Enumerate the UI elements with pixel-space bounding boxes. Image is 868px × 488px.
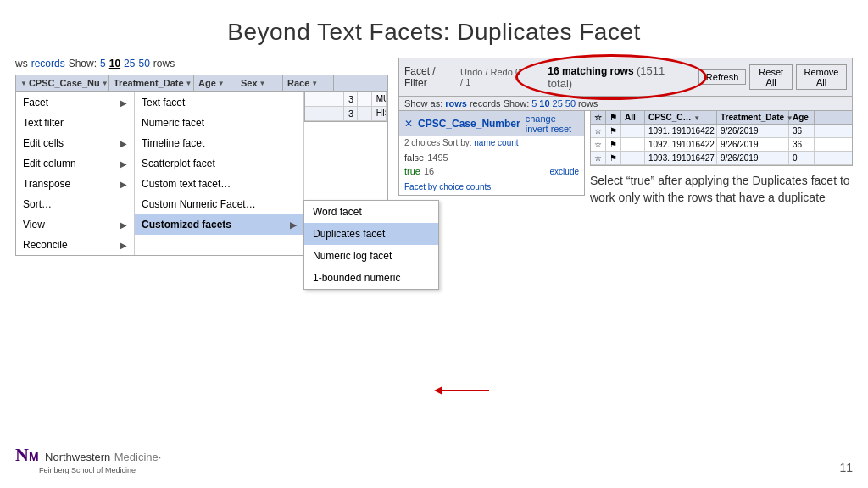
menu-numeric-facet[interactable]: Numeric facet	[135, 113, 303, 133]
chevron-icon: ▶	[120, 241, 127, 250]
menu-scatterplot-facet[interactable]: Scatterplot facet	[135, 153, 303, 174]
invert-link[interactable]: invert	[526, 124, 548, 134]
reset-all-button[interactable]: Reset All	[749, 64, 793, 90]
table-row: ☆ ⚑ 1091. 191016422 9/26/2019 36	[591, 125, 852, 138]
show-num-25[interactable]: 25	[553, 98, 563, 108]
menu-custom-numeric-facet[interactable]: Custom Numeric Facet…	[135, 194, 303, 214]
facet-panel: ✕ CPSC_Case_Number change invert reset 2…	[398, 111, 585, 196]
col-treatment-right[interactable]: Treatment_Date ▼	[717, 111, 789, 124]
show-num-50[interactable]: 50	[565, 98, 576, 108]
facet-links: change invert reset	[526, 114, 579, 134]
facet-exclude-btn[interactable]: exclude	[550, 167, 579, 176]
menu-timeline-facet[interactable]: Timeline facet	[135, 133, 303, 153]
menu-text-facet[interactable]: Text facet	[135, 92, 303, 113]
rows-label: rows	[153, 58, 175, 69]
menu-edit-cells[interactable]: Edit cells ▶	[16, 133, 134, 153]
submenu-numeric-log-facet[interactable]: Numeric log facet	[304, 245, 438, 267]
col-cpsc-right[interactable]: CPSC_C… ▼	[645, 111, 717, 124]
arrow-head	[434, 386, 442, 395]
col-sex[interactable]: Sex ▼	[236, 75, 283, 91]
facet-container: ✕ CPSC_Case_Number change invert reset 2…	[398, 111, 585, 206]
facet-rows: false 1495 true 16 exclude	[399, 149, 584, 180]
sort-by-name[interactable]: name	[474, 138, 495, 147]
col-cpsc[interactable]: ▼ CPSC_Case_Nu ▼	[16, 75, 109, 91]
menu-customized-facets[interactable]: Customized facets ▶	[135, 214, 303, 235]
table-header: ▼ CPSC_Case_Nu ▼ Treatment_Date ▼ Age ▼ …	[15, 75, 388, 92]
submenu-word-facet[interactable]: Word facet	[304, 201, 438, 223]
col-all[interactable]: All	[621, 111, 645, 124]
chevron-icon: ▶	[120, 159, 127, 169]
facet-value-true[interactable]: true	[404, 166, 420, 176]
menu-text-filter[interactable]: Text filter	[16, 113, 134, 133]
col-race[interactable]: Race ▼	[283, 75, 334, 91]
logo-sub: Feinberg School of Medicine	[39, 466, 161, 474]
arrow-annotation	[434, 386, 489, 395]
table-row: ☆ ⚑ 1093. 191016427 9/26/2019 0	[591, 152, 852, 165]
num-50[interactable]: 50	[138, 58, 149, 69]
menu-sort[interactable]: Sort…	[16, 194, 134, 214]
ws-label: ws	[15, 58, 28, 69]
facet-sort-bar: 2 choices Sort by: name count	[399, 136, 584, 149]
chevron-icon: ▶	[120, 220, 127, 230]
page-title: Beyond Text Facets: Duplicates Facet	[0, 0, 868, 58]
facet-title: CPSC_Case_Number	[418, 118, 520, 130]
menu-edit-column[interactable]: Edit column ▶	[16, 153, 134, 174]
show-num-10[interactable]: 10	[539, 98, 549, 108]
logo-northwestern: Northwestern	[45, 451, 110, 463]
records-link[interactable]: records	[31, 58, 65, 69]
red-circle-highlight	[515, 54, 707, 100]
undo-redo-label: Undo / Redo 0 / 1	[460, 67, 524, 87]
annotation-text: Select “true” after applying the Duplica…	[590, 173, 853, 206]
menu-reconcile[interactable]: Reconcile ▶	[16, 235, 134, 255]
page-number: 11	[839, 461, 853, 474]
facet-panel-header: ✕ CPSC_Case_Number change invert reset	[399, 111, 584, 136]
menu-right: Text facet Numeric facet Timeline facet …	[135, 92, 304, 255]
menu-transpose[interactable]: Transpose ▶	[16, 174, 134, 194]
num-10[interactable]: 10	[109, 58, 120, 69]
arrow-line	[442, 390, 489, 391]
show-num-5[interactable]: 5	[531, 98, 537, 108]
data-table-right: ☆ ⚑ All CPSC_C… ▼ Treatment_Date ▼ Age ☆…	[590, 111, 853, 166]
right-panel: Facet / Filter Undo / Redo 0 / 1 16 matc…	[398, 58, 853, 256]
col-age[interactable]: Age ▼	[194, 75, 236, 91]
refresh-button[interactable]: Refresh	[698, 69, 747, 85]
reset-link[interactable]: reset	[551, 124, 571, 134]
table-row: ☆ ⚑ 1092. 191016422 9/26/2019 36	[591, 138, 852, 152]
chevron-icon: ▶	[120, 139, 127, 148]
facet-close-btn[interactable]: ✕	[404, 118, 413, 130]
footer: NM Northwestern Medicine· Feinberg Schoo…	[15, 444, 161, 474]
menu-custom-text-facet[interactable]: Custom text facet…	[135, 174, 303, 194]
col-age-right[interactable]: Age	[789, 111, 815, 124]
facet-value-false[interactable]: false	[404, 152, 424, 163]
remove-all-button[interactable]: Remove All	[796, 64, 847, 90]
table-data-behind: 3 MU 3 HIS	[304, 92, 387, 122]
menu-view[interactable]: View ▶	[16, 214, 134, 235]
submenu-1-bounded-numeric[interactable]: 1-bounded numeric	[304, 267, 438, 289]
chevron-icon: ▶	[290, 220, 297, 230]
col-treatment[interactable]: Treatment_Date ▼	[109, 75, 194, 91]
footer-logo: NM Northwestern Medicine· Feinberg Schoo…	[15, 444, 161, 474]
facet-filter-label: Facet / Filter	[404, 65, 453, 89]
logo-icon: N	[15, 444, 29, 465]
facet-count-true: 16	[424, 166, 434, 176]
chevron-icon: ▶	[120, 180, 127, 189]
left-panel: ws records Show: 5 10 25 50 rows ▼ CPSC_…	[15, 58, 388, 256]
sort-by-count[interactable]: count	[498, 138, 518, 147]
dtr-header: ☆ ⚑ All CPSC_C… ▼ Treatment_Date ▼ Age	[591, 111, 852, 125]
menu-facet[interactable]: Facet ▶	[16, 92, 134, 113]
submenu-customized-facets: Word facet Duplicates facet Numeric log …	[303, 200, 439, 290]
chevron-icon: ▶	[120, 98, 127, 108]
submenu-duplicates-facet[interactable]: Duplicates facet	[304, 223, 438, 245]
facet-row-true: true 16 exclude	[404, 164, 579, 178]
facet-by-choice-link[interactable]: Facet by choice counts	[404, 182, 491, 191]
show-as-rows[interactable]: rows	[445, 98, 467, 108]
show-rows-bar: Show as: rows records Show: 5 10 25 50 r…	[398, 97, 853, 111]
menu-left: Facet ▶ Text filter Edit cells ▶ Edit co…	[16, 92, 135, 255]
facet-count-false: 1495	[427, 152, 448, 163]
facet-row-false: false 1495	[404, 151, 579, 164]
num-5[interactable]: 5	[100, 58, 106, 69]
matching-rows-label: 16 matching rows (1511 total)	[548, 65, 665, 90]
records-bar: ws records Show: 5 10 25 50 rows	[15, 58, 388, 69]
change-link[interactable]: change	[526, 114, 556, 124]
num-25[interactable]: 25	[124, 58, 135, 69]
